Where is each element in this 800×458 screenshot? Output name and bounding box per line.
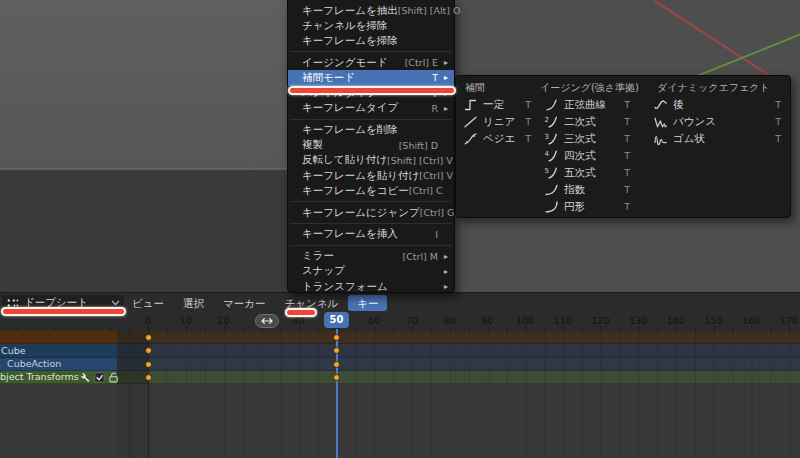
menu-item[interactable]: ▸ [288, 49, 454, 56]
menu-item-label: キーフレームを挿入 [302, 227, 435, 241]
submenu-item-label: 後 [673, 98, 775, 112]
submenu-item-shortcut: T [775, 99, 781, 110]
menu-item[interactable]: キーフレームを抽出 [Shift] [Alt] O ▸ [288, 3, 454, 18]
submenu-item[interactable]: ゴム状 T [640, 130, 790, 147]
ruler-tick-label: 140 [667, 315, 685, 326]
menu-item-label: キーフレームを貼り付け [302, 169, 419, 183]
submenu-item-label: 四次式 [564, 149, 624, 163]
menu-item-shortcut: [Ctrl] E [405, 57, 438, 68]
ruler-tick-label: 120 [591, 315, 609, 326]
submenu-item[interactable]: ベジエ T [456, 130, 538, 147]
sine-curve-icon [544, 99, 559, 111]
keyframe-dot[interactable] [145, 347, 152, 354]
menu-item[interactable]: 反転して貼り付け [Shift] [Ctrl] V ▸ [288, 153, 454, 168]
submenu-section-header: ダイナミックエフェクト [640, 79, 790, 96]
submenu-item-shortcut: T [775, 116, 781, 127]
menu-item[interactable]: キーフレームを掃除 ▸ [288, 33, 454, 48]
menu-item[interactable]: ▸ [288, 242, 454, 249]
menu-item[interactable]: 補間モード T ▸ [288, 70, 454, 85]
menu-item-label: 補間モード [302, 71, 432, 85]
submenu-item[interactable]: 2 二次式 T [538, 113, 640, 130]
keyframe-dot[interactable] [145, 361, 152, 368]
unlock-icon[interactable] [108, 372, 119, 383]
channel-label: CubeAction [0, 358, 61, 369]
menu-item[interactable]: キーフレームをコピー [Ctrl] C ▸ [288, 183, 454, 198]
channel-row[interactable] [0, 331, 800, 344]
blender-window: キーフレームを抽出 [Shift] [Alt] O ▸ チャンネルを掃除 ▸ キ… [0, 0, 800, 458]
submenu-item[interactable]: バウンス T [640, 113, 790, 130]
menu-item-shortcut: T [432, 72, 438, 83]
submenu-item-shortcut: T [525, 99, 531, 110]
header-menu-item[interactable]: 選択 [174, 295, 213, 311]
keyframe-dot[interactable] [333, 361, 340, 368]
pre-range-shading [117, 384, 148, 458]
svg-text:5: 5 [545, 167, 549, 175]
ruler-tick-label: 90 [481, 315, 493, 326]
channel-row[interactable]: Cube [0, 344, 800, 357]
menu-item-label: ミラー [302, 249, 402, 263]
constant-curve-icon [463, 99, 478, 111]
menu-item-shortcut: [Ctrl] C [409, 185, 443, 196]
quartic-curve-icon: 4 [544, 150, 559, 162]
menu-item-label: キーフレームを掃除 [302, 34, 438, 48]
menu-item-shortcut: [Shift] [Ctrl] V [387, 155, 453, 166]
menu-item[interactable]: チャンネルを掃除 ▸ [288, 18, 454, 33]
menu-item[interactable]: キーフレームにジャンプ [Ctrl] G ▸ [288, 205, 454, 220]
submenu-item-label: バウンス [673, 115, 775, 129]
circular-curve-icon [544, 201, 559, 213]
current-frame-badge[interactable]: 50 [324, 312, 350, 328]
header-menu-item[interactable]: マーカー [214, 295, 275, 311]
submenu-item-shortcut: T [624, 184, 630, 195]
keyframe-dot[interactable] [333, 334, 340, 341]
menu-item[interactable]: キーフレームを貼り付け [Ctrl] V ▸ [288, 168, 454, 183]
header-menu-item[interactable]: キー [348, 295, 387, 311]
ruler-tick-label: 0 [145, 315, 151, 326]
menu-item[interactable]: キーフレームを挿入 I ▸ [288, 227, 454, 242]
submenu-item[interactable]: 円形 T [538, 198, 640, 215]
checkbox-checked-icon[interactable] [94, 372, 105, 383]
elastic-curve-icon [653, 133, 668, 145]
channel-label: Cube [0, 345, 26, 356]
keyframe-dot[interactable] [145, 374, 152, 381]
wrench-icon[interactable] [80, 372, 91, 383]
easing-column: イージング(強さ準拠) 正弦曲線 T 2 二次式 T 3 三次式 T [538, 79, 640, 214]
menu-item-label: トランスフォーム [302, 280, 438, 294]
linear-curve-icon [463, 116, 478, 128]
chevron-down-icon [111, 300, 120, 306]
submenu-item-label: 二次式 [564, 115, 624, 129]
submenu-section-header: イージング(強さ準拠) [538, 79, 640, 96]
submenu-item[interactable]: 4 四次式 T [538, 147, 640, 164]
menu-item[interactable]: キーフレームを削除 ▸ [288, 123, 454, 138]
submenu-arrow-icon: ▸ [439, 252, 448, 261]
menu-item[interactable]: スナップ ▸ [288, 264, 454, 279]
menu-item[interactable]: トランスフォーム ▸ [288, 279, 454, 294]
menu-item[interactable]: ミラー [Ctrl] M ▸ [288, 249, 454, 264]
menu-item-label: スナップ [302, 264, 438, 278]
channel-row[interactable]: CubeAction [0, 358, 800, 371]
menu-item[interactable]: キーフレームタイプ R ▸ [288, 101, 454, 116]
back-curve-icon [653, 99, 668, 111]
menu-item[interactable]: ▸ [288, 116, 454, 123]
menu-item-label: イージングモード [302, 56, 405, 70]
submenu-item-shortcut: T [775, 133, 781, 144]
bezier-curve-icon [463, 133, 478, 145]
submenu-item[interactable]: 3 三次式 T [538, 130, 640, 147]
header-menu-item[interactable]: ビュー [123, 295, 173, 311]
submenu-item[interactable]: 一定 T [456, 96, 538, 113]
ruler-tick-label: 130 [629, 315, 647, 326]
menu-item[interactable]: ▸ [288, 220, 454, 227]
menu-item[interactable]: ▸ [288, 198, 454, 205]
menu-item-label: キーフレームにジャンプ [302, 206, 420, 220]
channel-row[interactable]: bject Transforms [0, 371, 800, 384]
submenu-item[interactable]: 指数 T [538, 181, 640, 198]
submenu-item[interactable]: リニア T [456, 113, 538, 130]
menu-item[interactable]: 複製 [Shift] D ▸ [288, 138, 454, 153]
submenu-item-shortcut: T [624, 201, 630, 212]
keyframe-dot[interactable] [145, 334, 152, 341]
submenu-item[interactable]: 正弦曲線 T [538, 96, 640, 113]
submenu-item[interactable]: 後 T [640, 96, 790, 113]
submenu-item-shortcut: T [525, 133, 531, 144]
keyframe-dot[interactable] [333, 374, 340, 381]
submenu-item[interactable]: 5 五次式 T [538, 164, 640, 181]
menu-item[interactable]: イージングモード [Ctrl] E ▸ [288, 55, 454, 70]
